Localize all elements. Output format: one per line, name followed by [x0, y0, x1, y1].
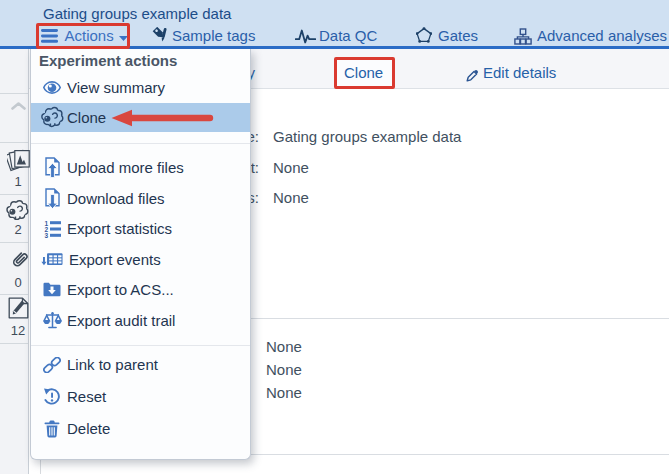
- svg-text:3: 3: [44, 232, 48, 238]
